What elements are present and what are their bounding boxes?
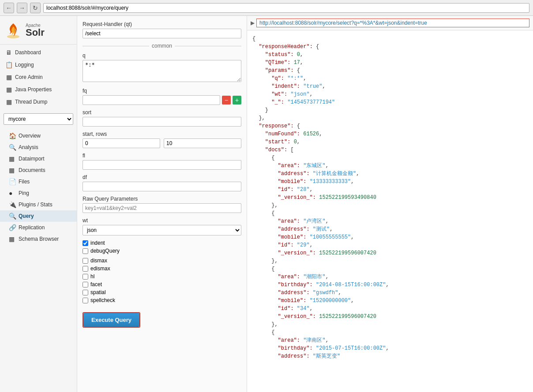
sidebar-item-dashboard[interactable]: 🖥 Dashboard <box>0 46 77 59</box>
core-nav-label: Query <box>19 213 34 219</box>
sidebar-item-thread-dump[interactable]: ▦ Thread Dump <box>0 96 77 108</box>
analysis-icon: 🔍 <box>9 144 16 151</box>
dataimport-icon: ▦ <box>9 155 16 162</box>
sidebar-item-label: Dashboard <box>15 49 41 56</box>
execute-btn-wrapper: Execute Query <box>83 312 140 328</box>
thread-dump-icon: ▦ <box>5 98 12 105</box>
raw-query-input[interactable] <box>83 203 241 213</box>
core-nav-ping[interactable]: ● Ping <box>0 187 77 199</box>
sidebar-item-core-admin[interactable]: ▦ Core Admin <box>0 71 77 83</box>
forward-button[interactable]: → <box>17 3 27 13</box>
fq-label: fq <box>83 88 241 94</box>
rows-input[interactable] <box>164 138 241 148</box>
documents-icon: ▦ <box>9 167 16 174</box>
spatial-checkbox[interactable] <box>83 290 88 295</box>
core-nav: 🏠 Overview 🔍 Analysis ▦ Dataimport ▦ Doc… <box>0 128 77 246</box>
fq-minus-button[interactable]: − <box>222 96 231 105</box>
results-panel: ▶ http://localhost:8088/solr/mycore/sele… <box>247 16 533 392</box>
execute-query-button[interactable]: Execute Query <box>83 313 139 327</box>
sidebar-item-logging[interactable]: 📋 Logging <box>0 59 77 71</box>
debug-query-checkbox[interactable] <box>83 248 88 254</box>
facet-row: facet <box>83 281 241 287</box>
core-nav-label: Analysis <box>19 144 38 150</box>
core-nav-label: Dataimport <box>19 156 45 162</box>
refresh-button[interactable]: ↻ <box>30 3 41 13</box>
wt-select[interactable]: json xml python ruby php csv <box>83 225 241 235</box>
common-divider: common <box>83 43 241 49</box>
start-rows-group: start, rows <box>83 131 241 148</box>
wt-label: wt <box>83 217 241 224</box>
core-nav-files[interactable]: 📄 Files <box>0 176 77 187</box>
q-group: q *:* <box>83 52 241 83</box>
results-url[interactable]: http://localhost:8088/solr/mycore/select… <box>256 19 529 27</box>
core-nav-label: Overview <box>19 133 41 139</box>
core-nav-label: Replication <box>19 224 45 231</box>
df-input[interactable] <box>83 182 241 191</box>
replication-icon: 🔗 <box>9 224 16 231</box>
core-nav-replication[interactable]: 🔗 Replication <box>0 222 77 233</box>
hl-checkbox[interactable] <box>83 274 88 280</box>
fl-group: fl <box>83 153 241 170</box>
wt-group: wt json xml python ruby php csv <box>83 217 241 235</box>
q-input[interactable]: *:* <box>83 60 241 82</box>
spellcheck-checkbox[interactable] <box>83 298 88 303</box>
fq-plus-button[interactable]: + <box>233 96 241 105</box>
solr-label: Solr <box>26 28 45 37</box>
facet-checkbox[interactable] <box>83 282 88 287</box>
edismax-row: edismax <box>83 265 241 272</box>
java-properties-icon: ▦ <box>5 86 12 93</box>
sidebar-item-java-properties[interactable]: ▦ Java Properties <box>0 83 77 96</box>
core-nav-dataimport[interactable]: ▦ Dataimport <box>0 153 77 164</box>
dismax-checkbox[interactable] <box>83 258 88 264</box>
sort-group: sort <box>83 109 241 127</box>
fl-label: fl <box>83 153 241 159</box>
indent-checkbox[interactable] <box>83 240 88 246</box>
core-nav-query[interactable]: 🔍 Query <box>0 210 77 222</box>
debug-query-label: debugQuery <box>90 248 120 254</box>
core-nav-overview[interactable]: 🏠 Overview <box>0 130 77 142</box>
hl-row: hl <box>83 273 241 280</box>
sidebar-item-label: Java Properties <box>15 86 52 93</box>
spatial-label: spatial <box>90 289 106 295</box>
q-label: q <box>83 52 241 59</box>
schema-browser-icon: ▦ <box>9 235 16 243</box>
core-admin-icon: ▦ <box>5 74 12 81</box>
start-input[interactable] <box>83 138 160 148</box>
core-nav-label: Schema Browser <box>19 236 59 242</box>
dashboard-icon: 🖥 <box>5 49 12 56</box>
edismax-checkbox[interactable] <box>83 266 88 272</box>
query-panel: Request-Handler (qt) common q *:* fq − +… <box>77 16 247 392</box>
debug-query-checkbox-row: debugQuery <box>83 248 241 254</box>
json-output: { "responseHeader": { "status": 0, "QTim… <box>247 30 533 365</box>
main-content: Request-Handler (qt) common q *:* fq − +… <box>77 16 533 392</box>
query-icon: 🔍 <box>9 213 16 220</box>
ping-icon: ● <box>9 190 16 197</box>
request-handler-input[interactable] <box>83 29 241 38</box>
files-icon: 📄 <box>9 178 16 185</box>
address-bar[interactable] <box>43 3 529 13</box>
plugins-icon: 🔌 <box>9 201 16 208</box>
sort-input[interactable] <box>83 117 241 127</box>
core-nav-analysis[interactable]: 🔍 Analysis <box>0 142 77 153</box>
raw-query-label: Raw Query Parameters <box>83 196 241 202</box>
core-nav-plugins-stats[interactable]: 🔌 Plugins / Stats <box>0 199 77 210</box>
browser-toolbar: ← → ↻ <box>0 0 533 16</box>
fq-input[interactable] <box>83 95 220 105</box>
dismax-row: dismax <box>83 258 241 264</box>
spellcheck-label: spellcheck <box>90 297 115 303</box>
df-label: df <box>83 174 241 180</box>
core-nav-schema-browser[interactable]: ▦ Schema Browser <box>0 233 77 245</box>
raw-query-group: Raw Query Parameters <box>83 196 241 213</box>
core-nav-documents[interactable]: ▦ Documents <box>0 164 77 176</box>
url-icon: ▶ <box>251 20 255 26</box>
edismax-label: edismax <box>90 265 110 272</box>
extra-checkboxes: dismax edismax hl facet spatial <box>83 258 241 303</box>
fl-input[interactable] <box>83 160 241 170</box>
core-selector[interactable]: mycore <box>4 113 73 125</box>
back-button[interactable]: ← <box>4 3 14 13</box>
sidebar-item-label: Thread Dump <box>15 99 47 105</box>
global-nav: 🖥 Dashboard 📋 Logging ▦ Core Admin ▦ Jav… <box>0 45 77 110</box>
results-url-bar: ▶ http://localhost:8088/solr/mycore/sele… <box>247 16 533 30</box>
facet-label: facet <box>90 281 102 287</box>
logo-area: Apache Solr <box>0 16 77 45</box>
